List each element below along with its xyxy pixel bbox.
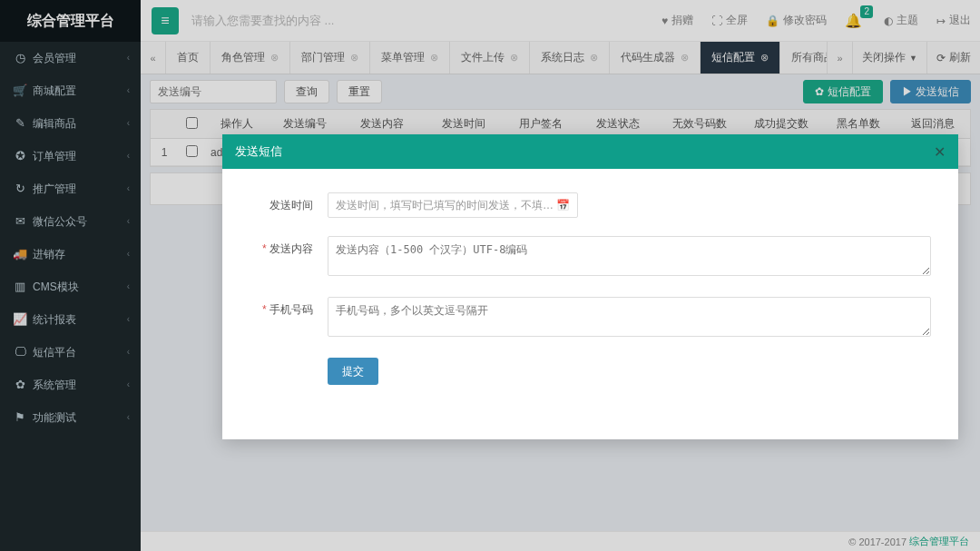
send-sms-modal: 发送短信 ✕ 发送时间 发送时间，填写时已填写的时间发送，不填时为当前时间发送 … xyxy=(222,134,958,439)
label-phone: 手机号码 xyxy=(250,297,328,339)
calendar-icon: 📅 xyxy=(556,199,570,212)
phone-textarea[interactable] xyxy=(328,297,931,337)
submit-button[interactable]: 提交 xyxy=(328,358,378,385)
label-content: 发送内容 xyxy=(250,236,328,279)
content-textarea[interactable] xyxy=(328,236,931,276)
send-time-input[interactable]: 发送时间，填写时已填写的时间发送，不填时为当前时间发送 📅 xyxy=(328,192,578,218)
label-send-time: 发送时间 xyxy=(250,192,328,218)
modal-title: 发送短信 xyxy=(235,143,282,160)
close-icon[interactable]: ✕ xyxy=(934,143,946,161)
modal-header: 发送短信 ✕ xyxy=(222,134,958,169)
